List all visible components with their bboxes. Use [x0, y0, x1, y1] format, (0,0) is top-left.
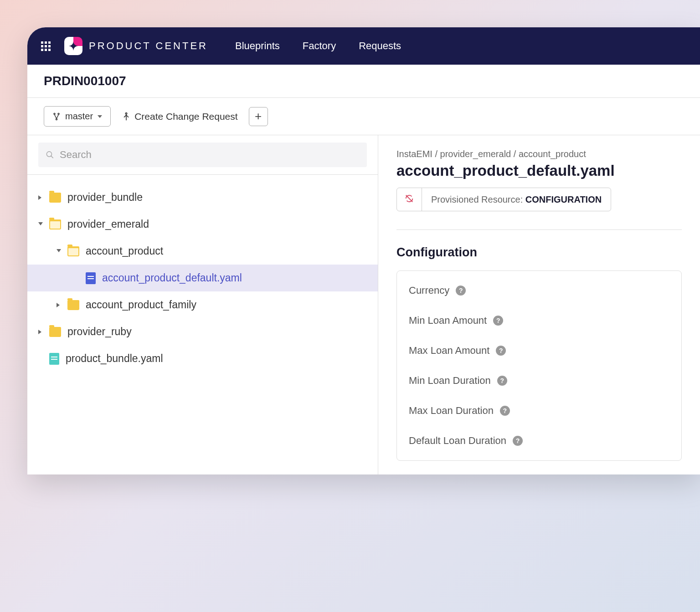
folder-icon [49, 327, 61, 337]
main-area: provider_bundle provider_emerald account… [27, 135, 700, 474]
tree-label: product_bundle.yaml [66, 352, 163, 365]
logo[interactable]: PRODUCT CENTER [64, 37, 208, 55]
tree-label: provider_bundle [67, 191, 143, 204]
file-icon [49, 353, 59, 365]
help-icon[interactable]: ? [496, 346, 506, 356]
project-bar: PRDIN001007 [27, 65, 700, 98]
content-panel: InstaEMI / provider_emerald / account_pr… [378, 135, 700, 474]
page-title: account_product_default.yaml [396, 162, 682, 179]
help-icon[interactable]: ? [500, 406, 510, 416]
svg-point-0 [54, 113, 55, 114]
breadcrumb[interactable]: InstaEMI / provider_emerald / account_pr… [396, 149, 682, 159]
tree-label: provider_ruby [67, 326, 132, 338]
topbar: PRODUCT CENTER Blueprints Factory Reques… [27, 27, 700, 65]
tree-folder-account-product-family[interactable]: account_product_family [27, 291, 378, 318]
tree-label: account_product_default.yaml [102, 272, 242, 284]
search-input[interactable] [60, 149, 360, 161]
app-window: PRODUCT CENTER Blueprints Factory Reques… [27, 27, 700, 474]
tree-folder-provider-ruby[interactable]: provider_ruby [27, 318, 378, 345]
tree-file-product-bundle[interactable]: product_bundle.yaml [27, 345, 378, 372]
config-label: Default Loan Duration [409, 435, 506, 447]
tree-file-account-product-default[interactable]: account_product_default.yaml [27, 265, 378, 291]
config-label: Currency [409, 285, 449, 296]
tree-label: account_product_family [86, 299, 196, 311]
brand-text: PRODUCT CENTER [89, 40, 208, 52]
nav-blueprints[interactable]: Blueprints [235, 40, 280, 52]
section-title: Configuration [396, 245, 682, 260]
folder-icon [49, 193, 61, 203]
tree-folder-account-product[interactable]: account_product [27, 238, 378, 265]
folder-open-icon [67, 246, 79, 256]
resource-badge: Provisioned Resource: CONFIGURATION [396, 188, 611, 211]
svg-point-2 [56, 118, 57, 120]
branch-icon [52, 112, 61, 121]
chevron-down-icon [57, 249, 61, 254]
branch-selector[interactable]: master [44, 106, 111, 127]
tree-folder-provider-emerald[interactable]: provider_emerald [27, 211, 378, 238]
branch-name: master [65, 111, 93, 122]
config-label: Min Loan Duration [409, 375, 491, 387]
folder-open-icon [49, 219, 61, 230]
plus-icon: + [255, 109, 262, 123]
config-label: Max Loan Amount [409, 345, 489, 357]
add-button[interactable]: + [249, 107, 268, 126]
file-icon [86, 272, 96, 284]
logo-icon [64, 37, 82, 55]
merge-icon [122, 112, 131, 122]
sync-disabled-icon [397, 188, 422, 211]
chevron-right-icon [38, 195, 43, 200]
config-row-max-loan-duration: Max Loan Duration ? [397, 396, 681, 426]
help-icon[interactable]: ? [497, 376, 507, 386]
svg-point-4 [46, 152, 51, 157]
search-wrap [27, 135, 378, 175]
tree-folder-provider-bundle[interactable]: provider_bundle [27, 184, 378, 211]
search-box [38, 143, 367, 167]
svg-point-3 [125, 112, 127, 114]
create-change-request[interactable]: Create Change Request [122, 111, 237, 122]
tree-label: account_product [86, 245, 163, 257]
help-icon[interactable]: ? [513, 436, 523, 446]
nav-factory[interactable]: Factory [303, 40, 336, 52]
config-panel: Currency ? Min Loan Amount ? Max Loan Am… [396, 270, 682, 461]
config-row-default-loan-duration: Default Loan Duration ? [397, 426, 681, 456]
config-label: Min Loan Amount [409, 315, 487, 326]
file-tree: provider_bundle provider_emerald account… [27, 175, 378, 381]
resource-badge-text: Provisioned Resource: CONFIGURATION [422, 189, 611, 210]
change-request-label: Create Change Request [134, 111, 237, 122]
action-bar: master Create Change Request + [27, 98, 700, 135]
app-launcher-icon[interactable] [41, 41, 51, 51]
nav-requests[interactable]: Requests [359, 40, 401, 52]
search-icon [46, 150, 54, 159]
config-label: Max Loan Duration [409, 405, 494, 417]
help-icon[interactable]: ? [493, 316, 503, 326]
config-row-max-loan-amount: Max Loan Amount ? [397, 336, 681, 366]
folder-icon [67, 300, 79, 310]
nav-links: Blueprints Factory Requests [235, 40, 401, 52]
caret-down-icon [98, 115, 102, 118]
project-id: PRDIN001007 [44, 74, 684, 88]
chevron-down-icon [38, 222, 43, 227]
help-icon[interactable]: ? [456, 286, 466, 296]
config-row-currency: Currency ? [397, 275, 681, 306]
chevron-right-icon [57, 303, 61, 307]
sidebar: provider_bundle provider_emerald account… [27, 135, 378, 474]
chevron-right-icon [38, 330, 43, 334]
svg-point-1 [58, 113, 59, 114]
config-row-min-loan-duration: Min Loan Duration ? [397, 366, 681, 396]
config-row-min-loan-amount: Min Loan Amount ? [397, 306, 681, 336]
tree-label: provider_emerald [67, 218, 149, 230]
divider [396, 230, 682, 230]
